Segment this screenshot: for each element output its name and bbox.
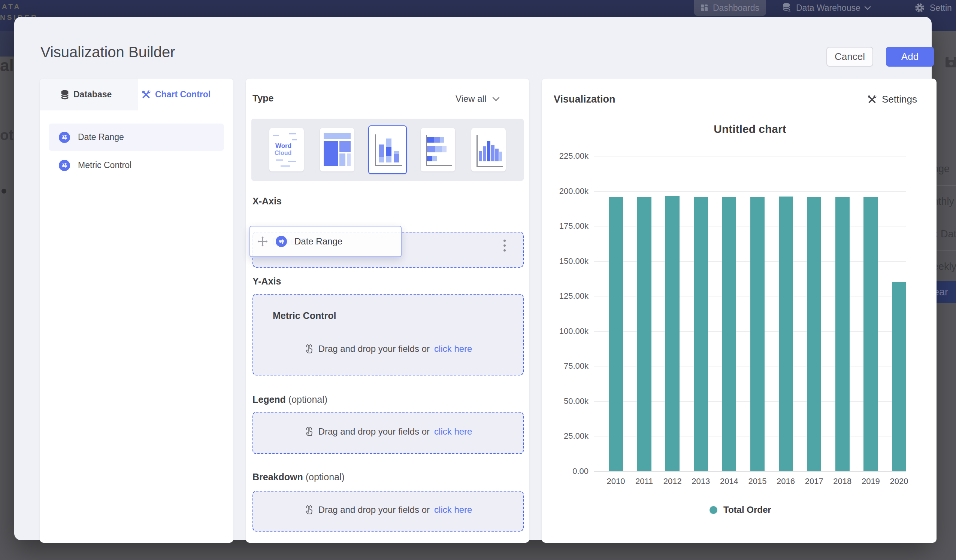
kebab-menu-icon[interactable] — [503, 240, 506, 254]
chart-plot-area — [594, 156, 906, 471]
y-axis-placeholder-title: Metric Control — [273, 310, 336, 321]
chart-title: Untitled chart — [594, 123, 906, 135]
chart-type-wordcloud[interactable]: Word Cloud — [269, 128, 304, 171]
glyph-bar — [434, 137, 440, 143]
fields-panel: Database Chart Control Date — [40, 78, 233, 543]
breakdown-section-label: Breakdown (optional) — [253, 472, 344, 483]
visualization-panel: Visualization Settings Untitled chart 0.… — [542, 78, 937, 543]
nav-item-settings[interactable]: Settin — [914, 0, 952, 16]
y-tick-label: 75.00k — [542, 361, 588, 371]
glyph-bar — [487, 141, 491, 162]
treemap-block — [324, 133, 351, 139]
tab-chart-control-label: Chart Control — [155, 89, 211, 100]
wordcloud-speck — [292, 139, 297, 140]
bar-2018 — [835, 197, 850, 471]
glyph-axis — [426, 165, 452, 166]
glyph-axis — [476, 135, 478, 167]
view-all-dropdown[interactable]: View all — [456, 94, 500, 104]
chart-type-column-selected[interactable] — [368, 125, 407, 174]
y-tick-label: 175.00k — [542, 221, 588, 231]
gridline — [594, 471, 906, 472]
bar-2020 — [892, 282, 906, 471]
bar-2015 — [750, 197, 764, 471]
type-section-label: Type — [253, 93, 274, 104]
chevron-down-icon — [864, 6, 871, 10]
nav-item-dashboards[interactable]: Dashboards — [694, 0, 766, 16]
wordcloud-speck — [288, 161, 296, 162]
tools-icon — [141, 89, 151, 100]
background-text-fragment: ota — [0, 127, 15, 143]
sliders-icon — [59, 132, 70, 143]
drop-hint-row: Drag and drop your fields or click here — [253, 504, 523, 516]
click-hand-icon — [304, 426, 314, 437]
visualization-builder-modal: Visualization Builder Cancel Add Databas… — [14, 17, 932, 540]
tab-chart-control[interactable]: Chart Control — [138, 78, 233, 110]
glyph-bar — [491, 145, 494, 162]
legend-section-label: Legend (optional) — [253, 394, 327, 405]
y-axis-dropzone[interactable]: Metric Control Drag and drop your fields… — [253, 294, 524, 375]
settings-button[interactable]: Settings — [867, 94, 917, 105]
treemap-block — [324, 141, 338, 166]
chart-type-treemap[interactable] — [320, 128, 354, 171]
x-tick-label: 2020 — [885, 477, 913, 486]
bar-2017 — [807, 197, 821, 471]
breakdown-label-text: Breakdown — [253, 472, 303, 482]
field-item-metric-control[interactable]: Metric Control — [49, 152, 224, 179]
sliders-icon — [276, 236, 287, 247]
visualization-header: Visualization — [553, 94, 615, 105]
field-label: Date Range — [78, 132, 124, 142]
dashboards-icon — [700, 3, 709, 13]
nav-item-data-warehouse[interactable]: Data Warehouse — [781, 0, 871, 16]
chart-builder-panel: Type View all Word Cloud — [246, 78, 529, 543]
x-tick-label: 2016 — [772, 477, 800, 486]
logo-block — [0, 31, 15, 56]
y-tick-label: 100.00k — [542, 326, 588, 336]
chart-type-histogram[interactable] — [471, 128, 506, 171]
date-range-drag-chip[interactable]: Date Range — [250, 226, 402, 257]
x-tick-label: 2010 — [602, 477, 630, 486]
x-tick-label: 2017 — [800, 477, 828, 486]
tab-database[interactable]: Database — [40, 78, 138, 110]
glyph-bar — [394, 154, 399, 162]
click-here-link[interactable]: click here — [434, 344, 472, 354]
glyph-bar — [394, 151, 399, 154]
save-disk-icon — [945, 56, 956, 68]
drop-hint-row: Drag and drop your fields or click here — [253, 426, 523, 437]
y-tick-label: 25.00k — [542, 431, 588, 441]
legend-dropzone[interactable]: Drag and drop your fields or click here — [253, 412, 524, 454]
modal-title: Visualization Builder — [41, 44, 175, 61]
wordcloud-word: Cloud — [275, 150, 291, 157]
glyph-bar — [379, 157, 384, 162]
y-tick-label: 125.00k — [542, 291, 588, 301]
bar-2013 — [694, 197, 708, 471]
field-item-date-range[interactable]: Date Range — [49, 124, 224, 151]
click-here-link[interactable]: click here — [434, 427, 472, 437]
legend-label-text: Legend — [253, 394, 286, 405]
glyph-bar — [432, 156, 437, 162]
glyph-bar — [479, 151, 482, 162]
x-axis-section-label: X-Axis — [253, 196, 282, 207]
field-label: Metric Control — [78, 160, 132, 170]
gridline — [594, 156, 906, 157]
drop-hint-text: Drag and drop your fields or — [318, 505, 430, 515]
treemap-block — [340, 141, 351, 152]
move-icon — [257, 236, 268, 247]
glyph-axis — [375, 134, 376, 166]
bar-2016 — [779, 196, 793, 471]
glyph-bar — [440, 137, 444, 143]
click-here-link[interactable]: click here — [434, 505, 472, 515]
treemap-block — [340, 154, 345, 166]
gear-icon — [914, 2, 925, 14]
chart-type-horizontal-bar[interactable] — [421, 128, 455, 171]
bar-2012 — [665, 196, 679, 471]
data-warehouse-icon — [781, 2, 792, 14]
bar-2014 — [722, 197, 736, 471]
chart-legend[interactable]: Total Order — [709, 505, 771, 515]
sliders-icon — [59, 160, 70, 171]
cancel-button[interactable]: Cancel — [826, 47, 873, 67]
treemap-block — [347, 154, 351, 166]
breakdown-dropzone[interactable]: Drag and drop your fields or click here — [253, 491, 524, 532]
add-button[interactable]: Add — [886, 47, 934, 67]
glyph-bar — [495, 149, 498, 162]
glyph-axis — [375, 165, 402, 166]
